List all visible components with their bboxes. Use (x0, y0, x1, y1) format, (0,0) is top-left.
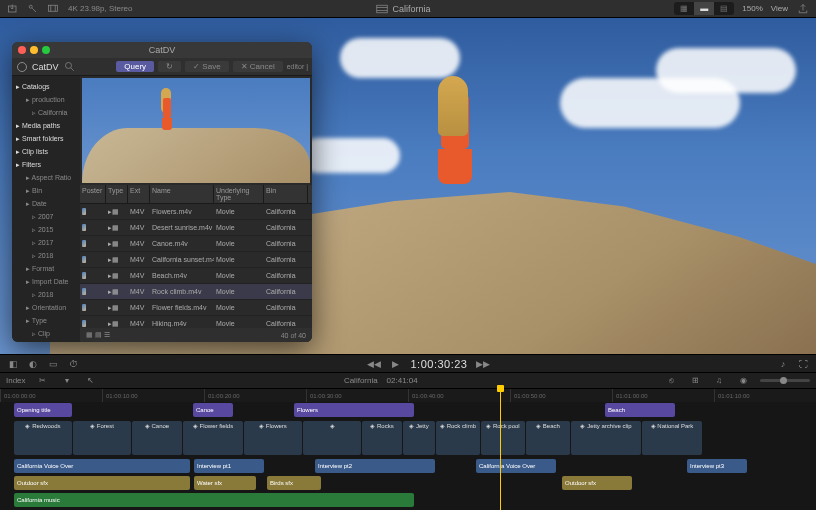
clip[interactable]: ◈ Canoe (132, 421, 182, 455)
next-icon[interactable]: ▶▶ (476, 357, 490, 371)
layout-segmented[interactable]: ▦▬▤ (674, 2, 734, 15)
tree-item[interactable]: ▹ 2017 (12, 236, 80, 249)
marker-icon[interactable]: ▾ (60, 374, 74, 388)
search-icon[interactable] (63, 60, 77, 74)
tree-item[interactable]: ▹ California (12, 106, 80, 119)
playhead[interactable] (500, 389, 501, 510)
preview-thumb[interactable] (82, 78, 310, 183)
audio-icon[interactable]: ♪ (776, 357, 790, 371)
share-icon[interactable] (796, 2, 810, 16)
timecode[interactable]: 1:00:30:23 (411, 358, 468, 370)
refresh-button[interactable]: ↻ (158, 61, 181, 72)
close-icon[interactable] (18, 46, 26, 54)
tree-item[interactable]: ▹ Clip (12, 327, 80, 340)
view-mode-icons[interactable]: ▦ ▤ ☰ (86, 331, 110, 339)
save-button[interactable]: ✓ Save (185, 61, 228, 72)
query-button[interactable]: Query (116, 61, 154, 72)
cancel-button[interactable]: ✕ Cancel (233, 61, 283, 72)
cursor-icon[interactable]: ↖ (84, 374, 98, 388)
index-button[interactable]: Index (6, 376, 26, 385)
window-controls[interactable] (18, 46, 50, 54)
background-icon[interactable] (46, 2, 60, 16)
tree-item[interactable]: ▹ 2018 (12, 288, 80, 301)
play-icon[interactable]: ▶ (389, 357, 403, 371)
table-row[interactable]: ▸▦M4VFlowers.m4vMovieCalifornia (80, 204, 312, 220)
table-row[interactable]: ▸▦M4VFlower fields.m4vMovieCalifornia (80, 300, 312, 316)
table-row[interactable]: ▸▦M4VBeach.m4vMovieCalifornia (80, 268, 312, 284)
clip[interactable]: ◈ Jetty (403, 421, 435, 455)
clip[interactable]: California Voice Over (476, 459, 556, 473)
retime-icon[interactable]: ⏱ (66, 357, 80, 371)
view-menu[interactable]: View (771, 4, 788, 13)
clip[interactable]: Outdoor sfx (14, 476, 190, 490)
clip[interactable]: Interview pt2 (315, 459, 435, 473)
clip[interactable]: ◈ Redwoods (14, 421, 72, 455)
table-row[interactable]: ▸▦M4VDesert sunrise.m4vMovieCalifornia (80, 220, 312, 236)
clip[interactable]: Flowers (294, 403, 414, 417)
clip[interactable]: ◈ National Park (642, 421, 702, 455)
clip[interactable]: Outdoor sfx (562, 476, 632, 490)
clip[interactable]: California Voice Over (14, 459, 190, 473)
clip[interactable]: ◈ Beach (526, 421, 570, 455)
tree-item[interactable]: ▸ production (12, 93, 80, 106)
tree-item[interactable]: ▸ Aspect Ratio (12, 171, 80, 184)
catdv-titlebar[interactable]: CatDV (12, 42, 312, 58)
zoom-slider[interactable] (760, 379, 810, 382)
trim-icon[interactable]: ✂ (36, 374, 50, 388)
table-row[interactable]: ▸▦M4VCalifornia sunset.m4vMovieCaliforni… (80, 252, 312, 268)
clip[interactable]: ◈ Flower fields (183, 421, 243, 455)
clip[interactable]: Water sfx (194, 476, 256, 490)
tree-item[interactable]: ▹ Still (12, 340, 80, 342)
table-body[interactable]: ▸▦M4VFlowers.m4vMovieCalifornia▸▦M4VDese… (80, 204, 312, 328)
clip[interactable]: ◈ Jetty archive clip (571, 421, 641, 455)
import-icon[interactable] (6, 2, 20, 16)
tree-item[interactable]: ▹ 2007 (12, 210, 80, 223)
audio-skim-icon[interactable]: ♫ (712, 374, 726, 388)
clip[interactable]: ◈ Rock climb (436, 421, 480, 455)
viewer[interactable]: CatDV CatDV Query ↻ ✓ Save ✕ Cancel edit… (0, 18, 816, 354)
tree-item[interactable]: ▸ Smart folders (12, 132, 80, 145)
catdv-tree[interactable]: ▸ Catalogs▸ production▹ California▸ Medi… (12, 76, 80, 342)
tree-item[interactable]: ▸ Media paths (12, 119, 80, 132)
tree-item[interactable]: ▸ Orientation (12, 301, 80, 314)
tree-item[interactable]: ▹ 2018 (12, 249, 80, 262)
clip[interactable]: ◈ Rock pool (481, 421, 525, 455)
clip[interactable]: Birds sfx (267, 476, 321, 490)
range-icon[interactable]: ▭ (46, 357, 60, 371)
tree-item[interactable]: ▸ Filters (12, 158, 80, 171)
table-row[interactable]: ▸▦M4VHiking.m4vMovieCalifornia (80, 316, 312, 328)
tree-item[interactable]: ▸ Catalogs (12, 80, 80, 93)
clip[interactable]: ◈ Forest (73, 421, 131, 455)
dashboard-icon[interactable]: ◧ (6, 357, 20, 371)
tree-item[interactable]: ▹ 2015 (12, 223, 80, 236)
timeline-ruler[interactable]: 01:00:00:0001:00:10:0001:00:20:0001:00:3… (0, 388, 816, 402)
skimming-icon[interactable]: ⎋ (664, 374, 678, 388)
tree-item[interactable]: ▸ Date (12, 197, 80, 210)
solo-icon[interactable]: ◉ (736, 374, 750, 388)
tree-item[interactable]: ▸ Clip lists (12, 145, 80, 158)
table-row[interactable]: ▸▦M4VCanoe.m4vMovieCalifornia (80, 236, 312, 252)
tree-item[interactable]: ▸ Type (12, 314, 80, 327)
clip[interactable]: ◈ Rocks (362, 421, 402, 455)
tree-item[interactable]: ▸ Import Date (12, 275, 80, 288)
timeline-tracks[interactable]: Opening titleCanoeFlowersBeach ◈ Redwood… (0, 402, 816, 510)
keyword-icon[interactable] (26, 2, 40, 16)
clip[interactable]: Canoe (193, 403, 233, 417)
prev-icon[interactable]: ◀◀ (367, 357, 381, 371)
minimize-icon[interactable] (30, 46, 38, 54)
zoom-icon[interactable] (42, 46, 50, 54)
tree-item[interactable]: ▸ Bin (12, 184, 80, 197)
clip[interactable]: Opening title (14, 403, 72, 417)
fullscreen-icon[interactable]: ⛶ (796, 357, 810, 371)
tree-item[interactable]: ▸ Format (12, 262, 80, 275)
clip[interactable]: Interview pt3 (687, 459, 747, 473)
zoom-level[interactable]: 150% (742, 4, 762, 13)
table-row[interactable]: ▸▦M4VRock climb.m4vMovieCalifornia (80, 284, 312, 300)
appearance-icon[interactable]: ◐ (26, 357, 40, 371)
clip[interactable]: California music (14, 493, 414, 507)
clip[interactable]: Beach (605, 403, 675, 417)
clip[interactable]: ◈ Flowers (244, 421, 302, 455)
snap-icon[interactable]: ⊞ (688, 374, 702, 388)
clip[interactable]: Interview pt1 (194, 459, 264, 473)
clip[interactable]: ◈ (303, 421, 361, 455)
